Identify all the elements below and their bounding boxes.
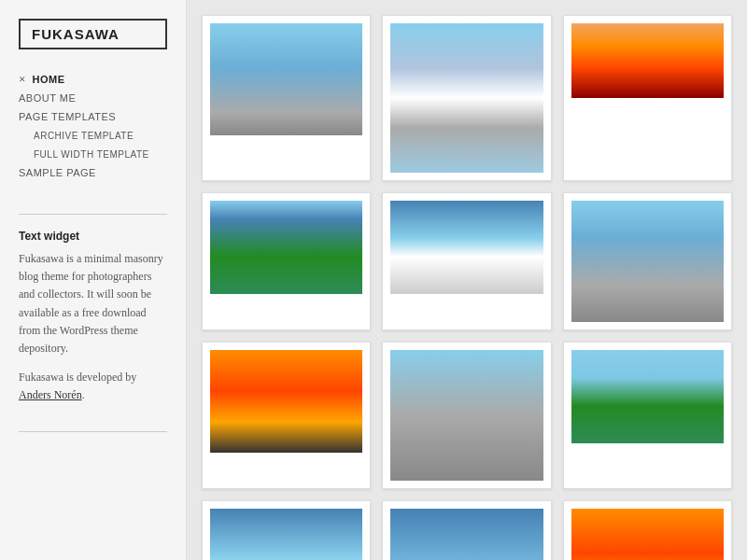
- photo-image-4: [210, 201, 362, 294]
- nav-link-page-templates[interactable]: PAGE TEMPLATES: [19, 111, 116, 122]
- divider-1: [19, 214, 167, 215]
- nav-link-home[interactable]: HOME: [33, 74, 65, 85]
- nav-link-about[interactable]: ABOUT ME: [19, 92, 76, 104]
- nav-list: HOME ABOUT ME PAGE TEMPLATES ARCHIVE TEM…: [19, 72, 167, 180]
- photo-card-8[interactable]: [382, 342, 551, 489]
- divider-2: [19, 431, 167, 432]
- photo-card-7[interactable]: [202, 342, 371, 489]
- photo-image-3: [571, 23, 724, 98]
- nav-link-archive-template[interactable]: ARCHIVE TEMPLATE: [19, 131, 134, 141]
- photo-image-5: [390, 201, 543, 294]
- photo-image-10: [210, 509, 362, 560]
- photo-card-11[interactable]: [382, 500, 551, 560]
- photo-image-9: [571, 350, 724, 443]
- photo-image-8: [390, 350, 543, 481]
- photo-image-11: [390, 509, 543, 560]
- nav-item-archive-template[interactable]: ARCHIVE TEMPLATE: [19, 128, 167, 143]
- sidebar: FUKASAWA HOME ABOUT ME PAGE TEMPLATES AR…: [0, 0, 187, 560]
- photo-card-9[interactable]: [563, 342, 732, 489]
- anders-noren-link-1[interactable]: Anders Norén: [19, 388, 82, 401]
- photo-image-1: [210, 23, 362, 135]
- nav-item-page-templates[interactable]: PAGE TEMPLATES: [19, 109, 167, 124]
- photo-card-5[interactable]: [382, 192, 551, 330]
- photo-card-12[interactable]: [563, 500, 732, 560]
- nav-item-about[interactable]: ABOUT ME: [19, 91, 167, 105]
- photo-card-1[interactable]: [202, 15, 371, 181]
- photo-card-6[interactable]: [563, 192, 732, 330]
- photo-card-4[interactable]: [202, 192, 371, 330]
- site-logo[interactable]: FUKASAWA: [19, 19, 167, 49]
- nav-item-home[interactable]: HOME: [19, 72, 167, 87]
- main-content: Blanpyre House: [187, 0, 747, 560]
- photo-image-12: [571, 509, 724, 560]
- photo-image-7: [210, 350, 362, 453]
- widget-text-1: Fukasawa is a minimal masonry blog theme…: [19, 250, 167, 357]
- photo-image-2: [390, 23, 543, 173]
- widget-title: Text widget: [19, 230, 167, 243]
- photo-card-2[interactable]: [382, 15, 551, 181]
- nav-item-full-width-template[interactable]: FULL WIDTH TEMPLATE: [19, 147, 167, 161]
- text-widget: Text widget Fukasawa is a minimal masonr…: [19, 230, 167, 416]
- photo-grid: Blanpyre House: [202, 15, 732, 560]
- photo-card-10[interactable]: [202, 500, 371, 560]
- nav-link-full-width-template[interactable]: FULL WIDTH TEMPLATE: [19, 149, 149, 160]
- nav-link-sample-page[interactable]: SAMPLE PAGE: [19, 167, 96, 178]
- photo-card-3[interactable]: [563, 15, 732, 181]
- photo-image-6: [571, 201, 724, 322]
- widget-text-2: Fukasawa is developed by Anders Norén.: [19, 369, 167, 404]
- main-nav: HOME ABOUT ME PAGE TEMPLATES ARCHIVE TEM…: [19, 72, 167, 199]
- nav-item-sample-page[interactable]: SAMPLE PAGE: [19, 165, 167, 180]
